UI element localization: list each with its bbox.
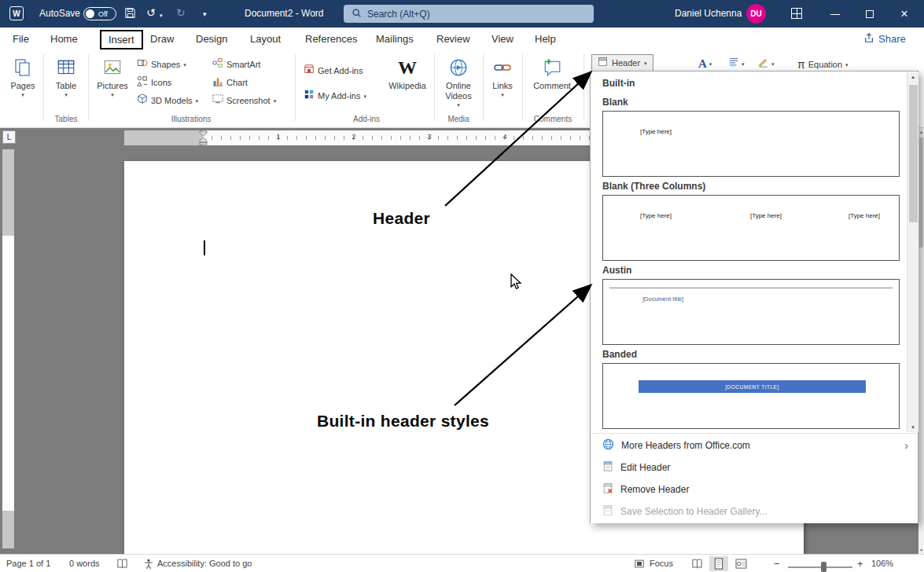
zoom-in-button[interactable]: + (857, 558, 863, 570)
vertical-ruler[interactable] (2, 149, 14, 548)
header-button[interactable]: Header ▾ (591, 54, 653, 72)
ribbon-options-icon[interactable] (791, 8, 802, 19)
maximize-button[interactable] (852, 0, 887, 28)
tab-home[interactable]: Home (50, 33, 78, 45)
undo-icon[interactable]: ↺ (146, 7, 156, 18)
gallery-option-blank[interactable]: Blank [Type here] (602, 97, 900, 177)
menu-more-headers[interactable]: More Headers from Office.com › (591, 434, 918, 456)
avatar[interactable]: DU (746, 4, 766, 24)
tab-help[interactable]: Help (535, 33, 556, 45)
search-placeholder: Search (Alt+Q) (367, 9, 430, 20)
scroll-down-icon[interactable]: ▼ (918, 548, 924, 552)
ribbon-tab-bar: File Home Insert Draw Design Layout Refe… (0, 28, 924, 50)
group-separator (434, 54, 435, 121)
zoom-out-button[interactable]: − (774, 558, 780, 570)
3d-models-button[interactable]: 3D Models ▾ (137, 93, 198, 108)
callout-header: Header (373, 209, 430, 228)
scroll-down-icon[interactable]: ▼ (907, 425, 918, 430)
tab-layout[interactable]: Layout (250, 33, 281, 45)
redo-icon: ↻ (176, 7, 186, 18)
tab-view[interactable]: View (491, 33, 514, 45)
zoom-level[interactable]: 106% (871, 559, 893, 568)
indent-markers[interactable] (198, 130, 208, 148)
signature-line-button[interactable]: ▾ (758, 55, 775, 72)
icons-button[interactable]: Icons (137, 75, 171, 90)
text-box-button[interactable]: A ▾ (698, 55, 712, 72)
links-button[interactable]: Links ▾ (486, 53, 519, 115)
print-layout-button[interactable] (709, 556, 728, 571)
tab-mailings[interactable]: Mailings (376, 33, 414, 45)
proofing-icon[interactable] (116, 558, 128, 571)
tab-stop-icon: L (7, 133, 12, 141)
gallery-option-austin[interactable]: Austin [Document title] (602, 265, 900, 345)
gallery-option-banded[interactable]: Banded [DOCUMENT TITLE] (602, 349, 900, 429)
page-indicator[interactable]: Page 1 of 1 (6, 559, 50, 568)
read-mode-button[interactable] (687, 556, 706, 571)
share-button[interactable]: Share (863, 32, 906, 46)
menu-remove-header[interactable]: Remove Header (591, 478, 918, 500)
table-button[interactable]: Table ▾ (49, 53, 83, 115)
chevron-down-icon: ▾ (742, 61, 745, 67)
scroll-up-icon[interactable]: ▲ (907, 75, 918, 79)
chevron-down-icon: ▾ (111, 92, 114, 97)
search-box[interactable]: Search (Alt+Q) (344, 5, 594, 23)
share-icon (863, 32, 874, 46)
document-scrollbar[interactable]: ▲ ▼ (918, 128, 924, 554)
tab-file[interactable]: File (13, 33, 29, 45)
scrollbar-thumb[interactable] (919, 138, 923, 248)
group-label-addins: Add-ins (319, 115, 414, 123)
pages-button[interactable]: Pages ▾ (6, 53, 39, 115)
chart-button[interactable]: Chart (212, 75, 248, 90)
zoom-slider-track[interactable] (788, 566, 852, 568)
quick-parts-button[interactable]: ▾ (728, 55, 745, 72)
pages-icon (13, 56, 32, 79)
close-button[interactable]: × (887, 0, 922, 28)
save-icon[interactable] (124, 7, 136, 22)
autosave-toggle[interactable]: Off (83, 7, 116, 20)
gallery-preview: [Type here] [Type here] [Type here] (602, 195, 900, 261)
group-separator (88, 54, 89, 121)
pictures-button[interactable]: Pictures ▾ (94, 53, 131, 115)
comment-button[interactable]: Comment (527, 53, 577, 115)
chevron-down-icon: ▾ (21, 92, 24, 97)
new-comment-icon (542, 56, 562, 79)
undo-chevron-icon[interactable]: ▾ (160, 13, 163, 18)
focus-icon[interactable] (634, 558, 645, 571)
shapes-button[interactable]: Shapes ▾ (137, 57, 186, 72)
minimize-button[interactable]: — (818, 0, 852, 28)
my-addins-button[interactable]: My Add-ins ▾ (304, 88, 366, 104)
equation-button[interactable]: π Equation ▾ (797, 57, 849, 72)
tab-references[interactable]: References (305, 33, 357, 45)
save-gallery-icon (602, 504, 613, 519)
tab-stop-selector[interactable]: L (2, 130, 16, 144)
smartart-button[interactable]: SmartArt (212, 57, 260, 72)
tab-design[interactable]: Design (196, 33, 227, 45)
zoom-slider-thumb[interactable] (821, 562, 826, 572)
chevron-down-icon: ▾ (501, 92, 504, 97)
accessibility-status[interactable]: Accessibility: Good to go (157, 559, 252, 568)
gallery-option-blank-three-columns[interactable]: Blank (Three Columns) [Type here] [Type … (602, 181, 900, 261)
menu-edit-header[interactable]: Edit Header (591, 456, 918, 478)
accessibility-icon[interactable] (143, 558, 154, 571)
tab-draw[interactable]: Draw (150, 33, 174, 45)
word-window: W AutoSave Off ↺ ▾ ↻ ▾ Document2 - Word … (0, 0, 924, 572)
gallery-scrollbar[interactable]: ▲ ▼ (907, 72, 918, 432)
quick-parts-icon (728, 57, 739, 71)
word-count[interactable]: 0 words (69, 559, 100, 568)
table-icon (56, 56, 76, 79)
web-layout-button[interactable] (731, 556, 750, 571)
online-videos-button[interactable]: Online Videos ▾ (437, 53, 480, 115)
wikipedia-button[interactable]: W Wikipedia (385, 53, 429, 115)
tab-review[interactable]: Review (436, 33, 470, 45)
scroll-up-icon[interactable]: ▲ (918, 130, 924, 134)
callout-builtin-styles: Built-in header styles (317, 412, 489, 431)
focus-label[interactable]: Focus (650, 559, 673, 568)
chevron-down-icon: ▾ (709, 61, 712, 67)
document-title: Document2 - Word (245, 8, 323, 19)
tab-insert[interactable]: Insert (100, 30, 143, 50)
screenshot-button[interactable]: Screenshot ▾ (212, 93, 276, 108)
get-addins-button[interactable]: Get Add-ins (304, 63, 363, 79)
group-separator (483, 54, 484, 121)
scrollbar-thumb[interactable] (909, 85, 918, 222)
qat-customize-icon[interactable]: ▾ (203, 11, 207, 18)
